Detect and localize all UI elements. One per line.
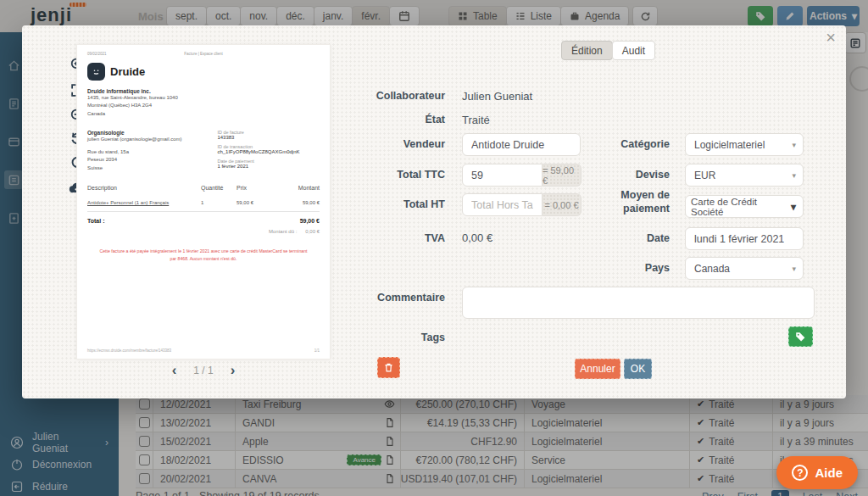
- preview-pagination: ‹ 1 / 1 ›: [76, 363, 331, 377]
- chevron-down-icon: ▾: [792, 171, 796, 180]
- invoice-item-qty: 1: [201, 200, 236, 205]
- expense-edit-modal: × 09/02/2021 Facture | Espace client Dru…: [22, 25, 846, 398]
- devise-label: Devise: [575, 169, 670, 182]
- invoice-client-contact: julien Gueniat (organisologie@gmail.com): [87, 136, 217, 143]
- invoice-footer-url: https://ecmsx.druide.com/membre/facture/…: [87, 348, 171, 353]
- etat-value: Traité: [462, 114, 490, 126]
- invoice-col-amount: Montant: [281, 185, 320, 191]
- commentaire-textarea[interactable]: [462, 287, 815, 319]
- invoice-paid-note: Cette facture a été payée intégralement …: [87, 248, 320, 263]
- invoice-address-line: 1435, rue Saint-Alexandre, bureau 1040: [87, 94, 320, 102]
- pays-select[interactable]: Canada ▾: [685, 257, 804, 280]
- pays-value: Canada: [694, 263, 730, 275]
- invoice-print-title: Facture | Espace client: [164, 52, 242, 56]
- etat-label: État: [350, 114, 445, 127]
- categorie-label: Catégorie: [575, 138, 670, 152]
- transaction-id: ch_1IFyOP88yMoCZ8QAXGm0djnK: [217, 149, 320, 154]
- invoice-id: 143383: [217, 135, 320, 140]
- next-page-icon[interactable]: ›: [231, 363, 236, 377]
- total-ttc-label: Total TTC: [350, 169, 445, 182]
- invoice-address-line: Montréal (Québec) H3A 2G4: [87, 102, 320, 109]
- moyen-paiement-select[interactable]: Carte de Crédit Société ▾: [685, 195, 804, 218]
- tags-label: Tags: [350, 332, 445, 345]
- chevron-down-icon: ▾: [792, 141, 796, 149]
- categorie-select[interactable]: Logicielmateriel ▾: [685, 133, 804, 156]
- vendeur-label: Vendeur: [350, 138, 445, 152]
- total-ht-input[interactable]: [462, 193, 542, 216]
- devise-value: EUR: [694, 170, 715, 181]
- invoice-print-date: 09/02/2021: [87, 52, 164, 56]
- chevron-down-icon: ▾: [792, 265, 796, 273]
- invoice-client-address: Suisse: [87, 164, 217, 172]
- invoice-client-name: Organisologie: [87, 130, 217, 136]
- invoice-total: 59,00 €: [300, 218, 320, 224]
- invoice-company: Druide informatique inc.: [87, 88, 320, 94]
- invoice-preview[interactable]: 09/02/2021 Facture | Espace client Druid…: [76, 44, 331, 359]
- moyen-paiement-value: Carte de Crédit Société: [691, 197, 786, 217]
- chevron-down-icon: ▾: [791, 201, 796, 213]
- invoice-col-price: Prix: [236, 185, 281, 191]
- invoice-client-address: Rue du stand, 15a: [87, 148, 217, 156]
- tab-audit[interactable]: Audit: [612, 41, 655, 60]
- date-label: Date: [575, 232, 670, 246]
- payment-date: 1 février 2021: [217, 164, 320, 169]
- question-icon: ?: [792, 465, 808, 481]
- invoice-due-label: Montant dû :: [269, 229, 297, 234]
- tva-label: TVA: [350, 232, 445, 246]
- help-button[interactable]: ? Aide: [776, 456, 858, 489]
- moyen-paiement-label: Moyen de paiement: [575, 189, 670, 215]
- invoice-item-price: 59,00 €: [236, 200, 281, 205]
- add-tag-button[interactable]: [788, 326, 813, 347]
- tab-edition[interactable]: Édition: [561, 41, 613, 60]
- total-ht-label: Total HT: [350, 198, 445, 212]
- invoice-item-amount: 59,00 €: [281, 200, 320, 205]
- tag-icon: [795, 332, 806, 343]
- collaborateur-value: Julien Gueniat: [462, 90, 532, 103]
- trash-icon: [383, 362, 394, 373]
- devise-select[interactable]: EUR ▾: [685, 164, 804, 187]
- modal-tabs: Édition Audit: [562, 41, 655, 60]
- help-label: Aide: [815, 465, 843, 480]
- categorie-value: Logicielmateriel: [694, 139, 765, 151]
- invoice-address-line: Canada: [87, 110, 320, 118]
- tva-value: 0,00 €: [462, 231, 492, 244]
- close-icon[interactable]: ×: [826, 29, 836, 46]
- invoice-total-label: Total :: [87, 218, 104, 224]
- invoice-client-address: Peseux 2034: [87, 156, 217, 164]
- pays-label: Pays: [575, 262, 670, 276]
- vendeur-input[interactable]: [462, 133, 581, 156]
- collaborateur-label: Collaborateur: [350, 90, 445, 103]
- ok-button[interactable]: OK: [624, 359, 652, 379]
- invoice-item-description[interactable]: Antidote+ Personnel (1 an) Français: [87, 200, 201, 205]
- preview-page-indicator: 1 / 1: [193, 365, 213, 376]
- cancel-button[interactable]: Annuler: [575, 359, 620, 379]
- invoice-due: 0,00 €: [305, 229, 320, 234]
- druide-brand-name: Druide: [110, 65, 145, 78]
- invoice-footer-page: 1/1: [314, 348, 320, 353]
- commentaire-label: Commentaire: [350, 292, 445, 305]
- druide-logo-icon: [87, 63, 105, 81]
- invoice-col-qty: Quantité: [201, 185, 236, 191]
- prev-page-icon[interactable]: ‹: [172, 363, 177, 377]
- date-input[interactable]: [685, 227, 804, 250]
- total-ttc-input[interactable]: [462, 164, 542, 187]
- delete-button[interactable]: [377, 357, 400, 378]
- invoice-col-description: Description: [87, 185, 201, 191]
